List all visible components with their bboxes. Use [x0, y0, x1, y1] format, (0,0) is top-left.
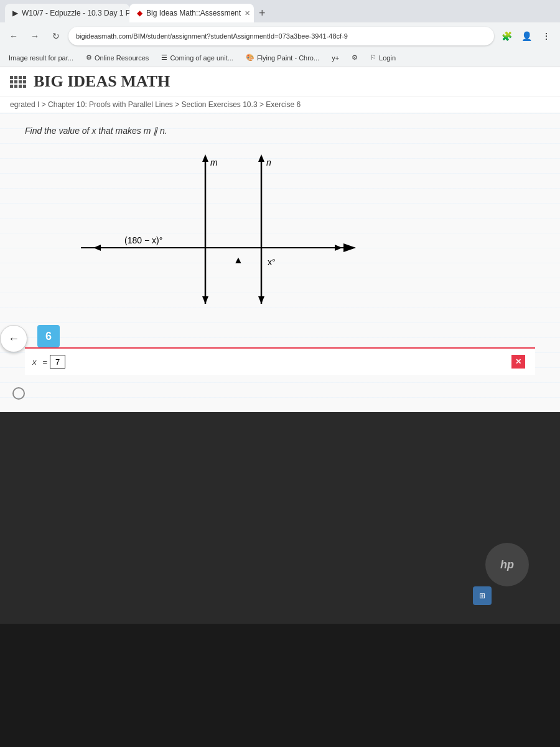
svg-marker-5	[202, 154, 208, 162]
screen-bottom: hp ⊞	[0, 412, 560, 624]
browser-chrome: ▶ W10/7 - Edpuzzle - 10.3 Day 1 P ✕ ◆ Bi…	[0, 0, 560, 67]
answer-row: x = 7 ✕	[25, 347, 535, 375]
tab-label-bigideas: Big Ideas Math::Assessment	[146, 9, 241, 17]
svg-marker-6	[202, 296, 208, 304]
bookmark-online-resources[interactable]: ⚙ Online Resources	[82, 52, 152, 63]
svg-text:▲: ▲	[233, 255, 243, 265]
exercise-area: Find the value of x that makes m ∥ n.	[0, 113, 560, 412]
svg-marker-13	[335, 245, 342, 251]
menu-button[interactable]: ⋮	[538, 27, 555, 45]
bookmark-flying-paint[interactable]: 🎨 Flying Paint - Chro...	[242, 52, 323, 63]
bim-grid-icon	[10, 76, 26, 88]
address-bar-input[interactable]	[68, 27, 494, 45]
bookmarks-bar: Image result for par... ⚙ Online Resourc…	[0, 50, 560, 67]
bookmark-label-coming: Coming of age unit...	[170, 54, 233, 62]
bookmark-settings[interactable]: ⚙	[348, 52, 362, 63]
bookmark-label-yplus: y+	[332, 54, 339, 62]
bim-header: BIG IDEAS MATH	[0, 67, 560, 96]
angle2-label: x°	[268, 257, 276, 267]
back-arrow-icon: ←	[8, 332, 19, 345]
answer-x-mark[interactable]: ✕	[511, 355, 525, 369]
tab-bar: ▶ W10/7 - Edpuzzle - 10.3 Day 1 P ✕ ◆ Bi…	[0, 0, 560, 22]
line-n-label: n	[266, 157, 271, 167]
exercise-question: Find the value of x that makes m ∥ n.	[25, 126, 167, 136]
taskbar-icon-label: ⊞	[479, 591, 485, 600]
svg-marker-9	[258, 296, 264, 304]
angle1-label: (180 − x)°	[124, 235, 162, 245]
extensions-button[interactable]: 🧩	[498, 27, 515, 45]
page-content: BIG IDEAS MATH egrated I > Chapter 10: P…	[0, 67, 560, 412]
answer-value: 7	[55, 357, 60, 367]
bookmark-favicon-login: ⚐	[370, 54, 376, 62]
bookmark-label-online: Online Resources	[95, 54, 149, 62]
tab-favicon-bigideas: ◆	[137, 9, 142, 17]
bookmark-label-login: Login	[379, 54, 396, 62]
answer-input[interactable]: 7	[50, 355, 65, 369]
exercise-badge: 6	[37, 325, 60, 347]
new-tab-button[interactable]: +	[254, 4, 271, 22]
page-title: BIG IDEAS MATH	[34, 72, 170, 91]
back-nav-button[interactable]: ←	[0, 325, 27, 352]
bookmark-favicon-coming: ☰	[161, 54, 167, 62]
back-button[interactable]: ←	[5, 27, 22, 45]
bookmark-login[interactable]: ⚐ Login	[366, 52, 399, 63]
tab-favicon-edpuzzle: ▶	[12, 9, 18, 17]
svg-marker-11	[93, 245, 101, 251]
geometry-diagram: m n (180 − x)° x° ▲	[62, 154, 373, 316]
taskbar-icon[interactable]: ⊞	[473, 586, 492, 605]
circle-button[interactable]	[12, 387, 25, 400]
refresh-button[interactable]: ↻	[47, 27, 65, 45]
address-bar-row: ← → ↻ 🧩 👤 ⋮	[0, 22, 560, 50]
hp-logo-text: hp	[500, 558, 514, 571]
diagram-container: m n (180 − x)° x° ▲	[62, 154, 373, 329]
hp-logo: hp	[485, 543, 529, 586]
bookmark-y-plus[interactable]: y+	[328, 53, 343, 63]
profile-button[interactable]: 👤	[518, 27, 535, 45]
breadcrumb: egrated I > Chapter 10: Proofs with Para…	[0, 96, 560, 113]
bookmark-coming-of-age[interactable]: ☰ Coming of age unit...	[157, 52, 237, 63]
answer-equals: =	[43, 357, 48, 367]
forward-button[interactable]: →	[26, 27, 44, 45]
line-m-label: m	[210, 157, 218, 167]
tab-edpuzzle[interactable]: ▶ W10/7 - Edpuzzle - 10.3 Day 1 P ✕	[5, 4, 129, 22]
answer-label: x	[32, 357, 37, 367]
tab-bigideas[interactable]: ◆ Big Ideas Math::Assessment ✕	[129, 4, 254, 22]
tab-label-edpuzzle: W10/7 - Edpuzzle - 10.3 Day 1 P	[22, 9, 129, 17]
bookmark-label-paint: Flying Paint - Chro...	[257, 54, 319, 62]
bookmark-label-settings: ⚙	[352, 54, 358, 62]
bookmark-label-image: Image result for par...	[9, 54, 73, 62]
toolbar-icons: 🧩 👤 ⋮	[498, 27, 555, 45]
svg-marker-8	[258, 154, 264, 162]
bookmark-favicon-online: ⚙	[86, 54, 92, 62]
bookmark-image-result[interactable]: Image result for par...	[5, 53, 77, 63]
bookmark-favicon-paint: 🎨	[246, 54, 254, 62]
tab-close-bigideas[interactable]: ✕	[245, 9, 250, 17]
